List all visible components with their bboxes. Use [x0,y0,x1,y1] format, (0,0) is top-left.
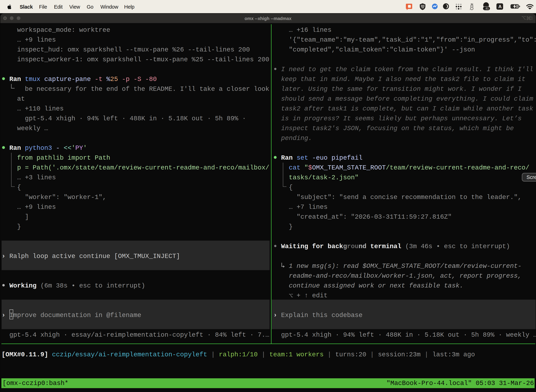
svg-text:A: A [498,4,502,9]
svg-text:..61: ..61 [484,7,489,10]
svg-text:1: 1 [531,16,532,20]
